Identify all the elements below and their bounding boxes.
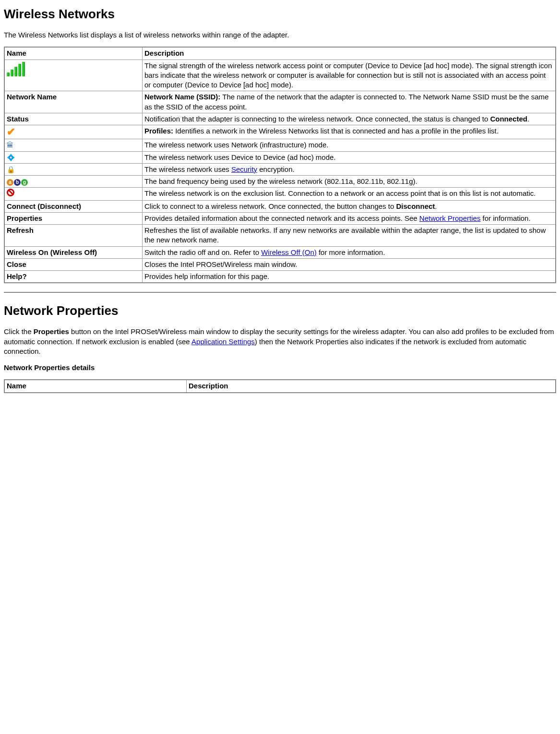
table-row: 🔒 The wireless network uses Security enc… (4, 163, 556, 175)
network-name-desc: Network Name (SSID): The name of the net… (143, 91, 556, 113)
profiles-bold: Profiles: (144, 127, 173, 135)
table-row: Close Closes the Intel PROSet/Wireless m… (4, 258, 556, 270)
checkmark-icon: ✔ (7, 126, 15, 138)
table-row: abg The band frequency being used by the… (4, 176, 556, 188)
close-desc: Closes the Intel PROSet/Wireless main wi… (143, 258, 556, 270)
adhoc-icon: 💠 (7, 154, 15, 161)
table-row: 💠 The wireless network uses Device to De… (4, 151, 556, 163)
band-desc: The band frequency being used by the wir… (143, 176, 556, 188)
table-row: Wireless On (Wireless Off) Switch the ra… (4, 246, 556, 258)
properties-label: Properties (4, 212, 143, 224)
connect-desc-c: . (435, 202, 437, 210)
col-header-description-text: Description (144, 49, 184, 57)
table-row: Help? Provides help information for this… (4, 271, 556, 283)
refresh-label: Refresh (4, 225, 143, 247)
application-settings-link[interactable]: Application Settings (191, 337, 255, 346)
signal-strength-desc: The signal strength of the wireless netw… (143, 60, 556, 91)
col-header-description: Description (143, 47, 556, 60)
table-row: Refresh Refreshes the list of available … (4, 225, 556, 247)
connect-label: Connect (Disconnect) (4, 200, 143, 212)
profiles-desc: Profiles: Identifies a network in the Wi… (143, 125, 556, 139)
wireless-networks-table: Name Description The signal strength of … (4, 47, 556, 283)
network-properties-subhead: Network Properties details (4, 363, 556, 373)
table-row: Properties Provides detailed information… (4, 212, 556, 224)
infrastructure-desc: The wireless network uses Network (infra… (143, 139, 556, 151)
properties-desc-b: for information. (480, 214, 530, 222)
connect-desc-b: Disconnect (396, 202, 435, 210)
adhoc-icon-cell: 💠 (4, 151, 143, 163)
infrastructure-icon: 🏛 (7, 142, 13, 148)
network-name-label: Network Name (4, 91, 143, 113)
section-heading-wireless-networks: Wireless Networks (4, 7, 556, 22)
status-desc-c: . (527, 115, 529, 123)
table-header-row: Name Description (4, 380, 556, 392)
security-desc: The wireless network uses Security encry… (143, 163, 556, 175)
close-label: Close (4, 258, 143, 270)
table-row: Connect (Disconnect) Click to connect to… (4, 200, 556, 212)
connect-desc-a: Click to connect to a wireless network. … (144, 202, 396, 210)
table-row: ✔ Profiles: Identifies a network in the … (4, 125, 556, 139)
adhoc-desc: The wireless network uses Device to Devi… (143, 151, 556, 163)
infrastructure-icon-cell: 🏛 (4, 139, 143, 151)
refresh-desc: Refreshes the list of available networks… (143, 225, 556, 247)
intro-paragraph: The Wireless Networks list displays a li… (4, 30, 556, 40)
properties-desc: Provides detailed information about the … (143, 212, 556, 224)
wireless-desc-a: Switch the radio off and on. Refer to (144, 248, 261, 256)
status-label: Status (4, 113, 143, 125)
band-icon-cell: abg (4, 176, 143, 188)
exclusion-desc: The wireless network is on the exclusion… (143, 188, 556, 200)
network-properties-link[interactable]: Network Properties (419, 214, 481, 222)
lock-icon: 🔒 (7, 166, 15, 173)
wireless-desc-b: for more information. (317, 248, 385, 256)
security-desc-a: The wireless network uses (144, 165, 231, 173)
security-icon-cell: 🔒 (4, 163, 143, 175)
status-desc-b: Connected (490, 115, 527, 123)
help-label: Help? (4, 271, 143, 283)
col-header-name: Name (4, 47, 143, 60)
np-intro-b: Properties (34, 327, 69, 336)
wireless-off-on-link[interactable]: Wireless Off (On) (261, 248, 317, 256)
table-header-row: Name Description (4, 47, 556, 60)
np-subhead-text: Network Properties details (4, 363, 95, 372)
signal-strength-icon (7, 61, 25, 77)
section-heading-network-properties: Network Properties (4, 303, 556, 318)
table-row: The wireless network is on the exclusion… (4, 188, 556, 200)
no-entry-icon (7, 189, 14, 196)
connect-desc: Click to connect to a wireless network. … (143, 200, 556, 212)
properties-desc-a: Provides detailed information about the … (144, 214, 419, 222)
help-desc: Provides help information for this page. (143, 271, 556, 283)
security-desc-b: encryption. (257, 165, 295, 173)
table-row: 🏛 The wireless network uses Network (inf… (4, 139, 556, 151)
network-properties-table: Name Description (4, 379, 556, 393)
table-row: Status Notification that the adapter is … (4, 113, 556, 125)
np-intro-a: Click the (4, 327, 34, 336)
exclusion-icon-cell (4, 188, 143, 200)
status-desc-a: Notification that the adapter is connect… (144, 115, 490, 123)
wireless-onoff-desc: Switch the radio off and on. Refer to Wi… (143, 246, 556, 258)
section-divider (4, 292, 556, 293)
network-properties-intro: Click the Properties button on the Intel… (4, 327, 556, 356)
signal-strength-icon-cell (4, 60, 143, 91)
col-header-description-text: Description (189, 382, 228, 390)
col-header-name: Name (4, 380, 187, 392)
profile-check-icon-cell: ✔ (4, 125, 143, 139)
profiles-rest: Identifies a network in the Wireless Net… (173, 127, 499, 135)
security-link[interactable]: Security (231, 165, 257, 173)
network-name-bold: Network Name (SSID): (144, 93, 220, 101)
status-desc: Notification that the adapter is connect… (143, 113, 556, 125)
wireless-onoff-label: Wireless On (Wireless Off) (4, 246, 143, 258)
table-row: The signal strength of the wireless netw… (4, 60, 556, 91)
band-abg-icon: abg (7, 179, 28, 186)
table-row: Network Name Network Name (SSID): The na… (4, 91, 556, 113)
col-header-description: Description (187, 380, 556, 392)
